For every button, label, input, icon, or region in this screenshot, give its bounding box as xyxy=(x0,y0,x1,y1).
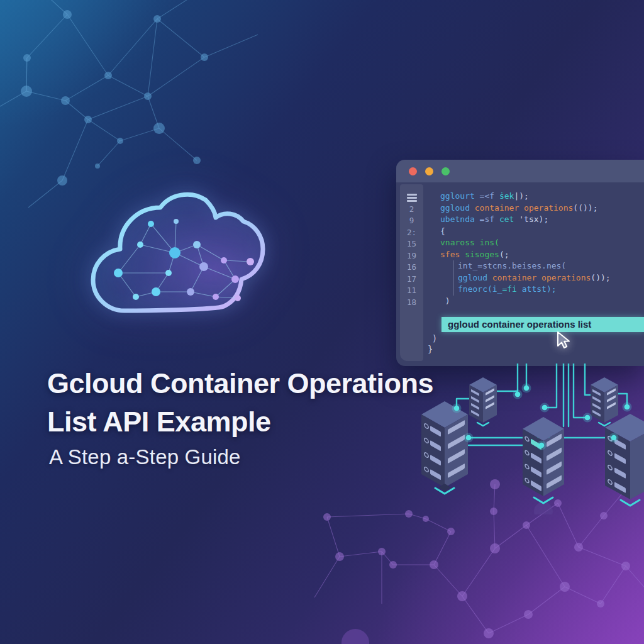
line-number: 9 xyxy=(400,215,423,227)
line-number: 15 xyxy=(400,238,423,250)
code-editor-window: 292:151916171118 gglourt =<f ṡek|);gglou… xyxy=(396,160,644,366)
server-rack-icon xyxy=(469,377,497,426)
close-icon[interactable] xyxy=(409,167,417,175)
line-number: 17 xyxy=(400,274,423,286)
gutter-rows: 292:151916171118 xyxy=(400,184,423,308)
server-rack-icon xyxy=(605,414,644,506)
zoom-icon[interactable] xyxy=(441,167,450,175)
code-line: fneorc(i_=fi attst); xyxy=(440,284,641,296)
cloud-network-icon xyxy=(80,184,269,324)
line-number: 18 xyxy=(400,297,423,309)
line-number: 2 xyxy=(400,204,423,216)
server-rack-icon xyxy=(523,417,564,514)
highlighted-command[interactable]: ggloud container operations list xyxy=(441,317,644,332)
page-title-line-1: Gcloud Container Operations xyxy=(47,367,433,400)
line-number: 2: xyxy=(400,227,423,239)
code-line: ubetnda =sf cet 'tsx); xyxy=(440,214,641,226)
code-line: vnaross ins( xyxy=(440,237,641,249)
poster-canvas: 292:151916171118 gglourt =<f ṡek|);gglou… xyxy=(0,0,644,644)
page-title-line-2: List API Example xyxy=(47,406,270,438)
circuit-lines xyxy=(457,364,627,445)
line-number-gutter: 292:151916171118 xyxy=(400,184,423,361)
line-number: 19 xyxy=(400,250,423,262)
code-lines: gglourt =<f ṡek|);ggloud container opera… xyxy=(440,182,641,307)
code-line: ggloud container operations(()); xyxy=(440,203,641,214)
circuit-dots xyxy=(452,384,632,450)
server-rack-icon xyxy=(591,377,618,426)
code-line: ggloud container operations()); xyxy=(440,272,641,284)
code-line: int_=stcns.beises.nes( xyxy=(440,260,641,272)
code-line: gglourt =<f ṡek|); xyxy=(440,191,641,203)
menu-icon xyxy=(400,192,423,204)
page-subtitle: A Step a-Step Guide xyxy=(49,445,241,469)
server-rack-icon xyxy=(421,401,468,494)
closing-brace: } xyxy=(428,344,433,354)
code-line: ) xyxy=(440,296,641,308)
window-titlebar xyxy=(396,160,644,182)
line-number: 11 xyxy=(400,285,423,297)
server-network-illustration xyxy=(415,364,644,514)
mouse-cursor-icon xyxy=(556,331,572,350)
code-line: sfes sisoges(; xyxy=(440,249,641,261)
line-number: 16 xyxy=(400,262,423,274)
minimize-icon[interactable] xyxy=(425,167,433,175)
closing-paren: ) xyxy=(432,333,437,343)
bottom-dot xyxy=(341,629,369,644)
code-line: { xyxy=(440,226,641,238)
